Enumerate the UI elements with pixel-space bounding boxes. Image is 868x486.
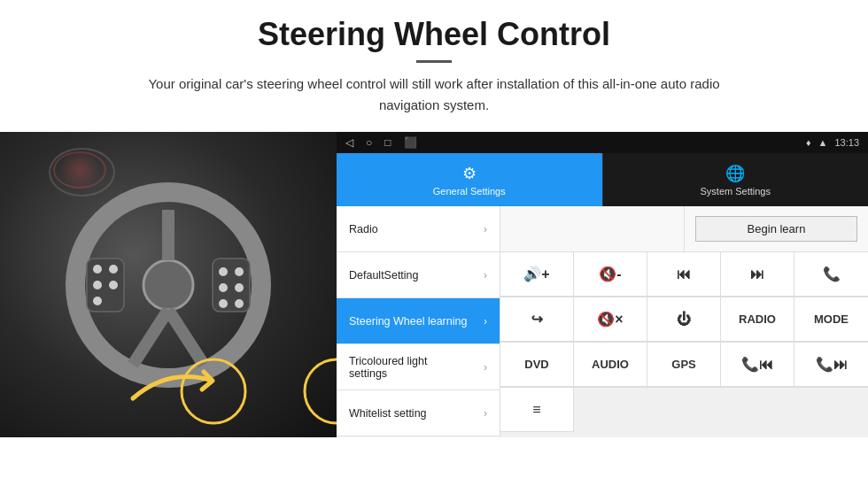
system-settings-icon: 🌐 (725, 164, 745, 183)
back-icon[interactable]: ◁ (345, 136, 353, 149)
chevron-right-icon: › (484, 361, 487, 374)
chevron-right-icon: › (484, 315, 487, 328)
status-bar: ◁ ○ □ ⬛ ♦ ▲ 13:13 (337, 132, 868, 153)
general-settings-icon: ⚙ (462, 164, 477, 183)
page-title: Steering Wheel Control (53, 16, 815, 53)
page-subtitle: Your original car's steering wheel contr… (124, 73, 744, 116)
menu-steering-label: Steering Wheel learning (349, 315, 467, 328)
vol-up-icon: 🔊+ (523, 266, 549, 282)
status-time: 13:13 (834, 137, 859, 148)
car-image-panel (0, 132, 337, 437)
svg-point-19 (305, 359, 337, 423)
prev-icon: ⏮ (677, 266, 691, 282)
radio-label: RADIO (739, 312, 776, 326)
menu-item-tricoloured[interactable]: Tricoloured light settings › (337, 344, 500, 390)
mode-button[interactable]: MODE (794, 297, 868, 342)
power-button[interactable]: ⏻ (647, 297, 721, 342)
title-divider (416, 60, 452, 63)
svg-point-7 (109, 265, 118, 274)
back-icon: ↩ (531, 311, 543, 328)
tel-next-icon: 📞⏭ (816, 356, 848, 373)
tab-system-label: System Settings (701, 186, 771, 197)
gps-label: GPS (671, 358, 695, 371)
page-header: Steering Wheel Control Your original car… (0, 0, 868, 125)
chevron-right-icon: › (484, 407, 487, 420)
dvd-button[interactable]: DVD (500, 343, 574, 387)
back-button[interactable]: ↩ (500, 297, 574, 342)
svg-point-8 (93, 281, 102, 289)
wifi-icon: ▲ (818, 137, 828, 148)
menu-item-default[interactable]: DefaultSetting › (337, 252, 500, 298)
prev-track-button[interactable]: ⏮ (647, 252, 721, 297)
phone-icon: 📞 (823, 266, 841, 282)
phone-button[interactable]: 📞 (794, 252, 868, 297)
menu-radio-label: Radio (349, 223, 378, 235)
begin-learn-button[interactable]: Begin learn (695, 216, 856, 242)
playlist-icon: ≡ (532, 402, 540, 418)
next-track-button[interactable]: ⏭ (721, 252, 794, 297)
svg-point-13 (235, 267, 244, 276)
audio-button[interactable]: AUDIO (574, 343, 647, 387)
chevron-right-icon: › (484, 269, 487, 282)
radio-button[interactable]: RADIO (721, 297, 794, 342)
menu-tricoloured-label: Tricoloured light settings (349, 355, 464, 380)
empty-control-area (500, 206, 685, 251)
svg-point-12 (219, 267, 228, 276)
power-icon: ⏻ (677, 312, 691, 328)
svg-rect-5 (87, 258, 124, 312)
tab-general-label: General Settings (433, 186, 506, 197)
menu-default-label: DefaultSetting (349, 269, 419, 282)
svg-point-6 (93, 265, 102, 274)
right-controls: Begin learn 🔊+ 🔇- ⏮ ⏭ (500, 206, 868, 437)
screenshot-icon[interactable]: ⬛ (404, 136, 417, 149)
chevron-right-icon: › (484, 223, 487, 235)
menu-item-whitelist[interactable]: Whitelist setting › (337, 390, 500, 436)
tab-system[interactable]: 🌐 System Settings (602, 153, 869, 206)
menu-item-radio[interactable]: Radio › (337, 206, 500, 252)
svg-point-9 (109, 281, 118, 289)
tab-general[interactable]: ⚙ General Settings (337, 153, 602, 206)
location-icon: ♦ (806, 137, 811, 148)
svg-point-10 (93, 297, 102, 305)
tab-bar: ⚙ General Settings 🌐 System Settings (337, 153, 868, 206)
dvd-label: DVD (524, 358, 548, 371)
playlist-button[interactable]: ≡ (500, 388, 574, 432)
begin-learn-area[interactable]: Begin learn (685, 206, 868, 251)
mute-icon: 🔇× (597, 311, 623, 328)
mode-label: MODE (814, 312, 849, 326)
gps-button[interactable]: GPS (647, 343, 721, 387)
vol-down-button[interactable]: 🔇- (574, 252, 647, 297)
home-icon[interactable]: ○ (366, 136, 372, 149)
device-panel: ◁ ○ □ ⬛ ♦ ▲ 13:13 ⚙ General Settings 🌐 S… (337, 132, 868, 437)
tel-next-button[interactable]: 📞⏭ (794, 343, 868, 387)
tel-prev-button[interactable]: 📞⏮ (721, 343, 794, 387)
recent-icon[interactable]: □ (384, 136, 391, 149)
mute-button[interactable]: 🔇× (574, 297, 647, 342)
left-menu: Radio › DefaultSetting › Steering Wheel … (337, 206, 500, 437)
next-icon: ⏭ (750, 266, 764, 282)
tel-prev-icon: 📞⏮ (741, 356, 773, 373)
audio-label: AUDIO (592, 358, 629, 371)
vol-down-icon: 🔇- (599, 266, 621, 282)
menu-item-steering[interactable]: Steering Wheel learning › (337, 298, 500, 344)
vol-up-button[interactable]: 🔊+ (500, 252, 574, 297)
menu-whitelist-label: Whitelist setting (349, 407, 427, 420)
